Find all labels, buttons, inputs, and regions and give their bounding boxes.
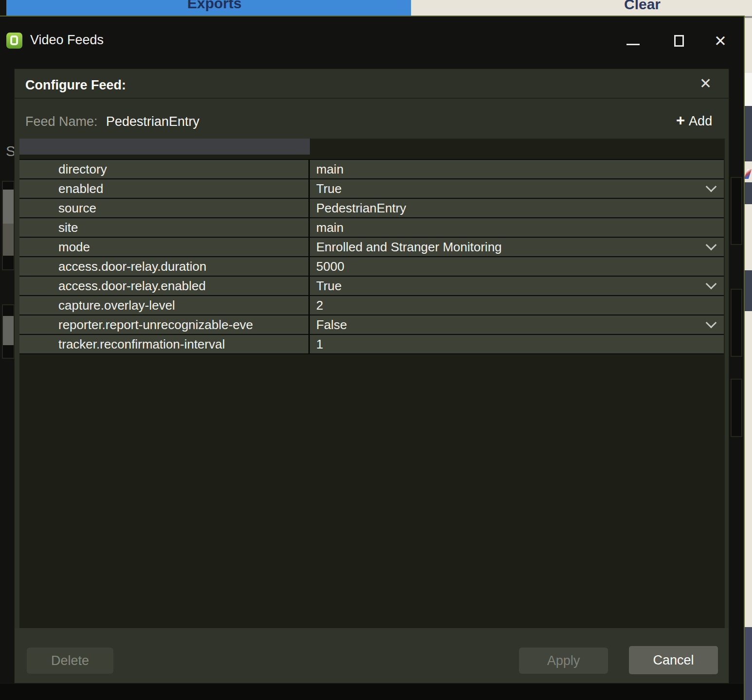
table-row: sourcePedestrianEntry — [19, 199, 724, 218]
row-key[interactable]: site — [19, 218, 310, 237]
bg-block — [745, 182, 752, 204]
occluded-list-item — [731, 289, 742, 357]
row-key[interactable]: reporter.report-unrecognizable-eve — [19, 315, 310, 334]
occluded-list-item — [731, 177, 742, 245]
window-title: Video Feeds — [30, 33, 104, 48]
row-value[interactable]: 2 — [310, 296, 724, 315]
chevron-down-icon[interactable] — [706, 279, 717, 290]
delete-button[interactable]: Delete — [27, 648, 113, 674]
occluded-text: S — [6, 143, 16, 159]
minimize-icon[interactable] — [627, 44, 640, 45]
clear-button-label: Clear — [624, 0, 661, 13]
table-row: reporter.report-unrecognizable-eveFalse — [19, 315, 724, 335]
table-row: access.door-relay.enabledTrue — [19, 277, 724, 296]
background-toolbar: Clear — [411, 0, 752, 16]
table-row: modeEnrolled and Stranger Monitoring — [19, 238, 724, 257]
table-row: access.door-relay.duration5000 — [19, 257, 724, 277]
row-value[interactable]: 5000 — [310, 257, 724, 276]
close-icon[interactable]: ✕ — [714, 32, 727, 50]
occluded-list-item — [731, 379, 742, 437]
bg-block — [745, 270, 752, 311]
table-row: tracker.reconfirmation-interval1 — [19, 335, 724, 354]
corner-notch — [0, 0, 6, 17]
table-row: capture.overlay-level2 — [19, 296, 724, 315]
config-table: directorymainenabledTruesourcePedestrian… — [19, 159, 724, 354]
row-key[interactable]: enabled — [19, 179, 310, 198]
feed-name-value: PedestrianEntry — [106, 114, 199, 129]
config-content-area: directorymainenabledTruesourcePedestrian… — [19, 139, 725, 628]
exports-tab-label: Exports — [187, 0, 242, 12]
row-key[interactable]: directory — [19, 160, 310, 178]
table-row: directorymain — [19, 160, 724, 179]
window-bottom-area — [0, 684, 744, 700]
background-right-edge — [745, 16, 752, 700]
dialog-close-icon[interactable]: ✕ — [699, 75, 712, 92]
occluded-thumbnail — [3, 224, 14, 256]
row-key[interactable]: source — [19, 199, 310, 217]
apply-button[interactable]: Apply — [519, 648, 608, 674]
row-value[interactable]: False — [310, 315, 724, 334]
row-value[interactable]: 1 — [310, 335, 724, 353]
app-icon-glyph — [10, 35, 18, 45]
occluded-thumbnail — [3, 316, 14, 345]
dialog-footer: Delete Apply Cancel — [15, 628, 729, 683]
plus-icon: + — [676, 112, 685, 129]
chevron-down-icon[interactable] — [706, 317, 717, 329]
add-button-label: Add — [689, 114, 712, 128]
bg-block — [745, 627, 752, 700]
cancel-button[interactable]: Cancel — [629, 646, 718, 674]
row-key[interactable]: access.door-relay.enabled — [19, 277, 310, 295]
feed-name-label: Feed Name: — [25, 114, 98, 129]
bg-mini-icon — [744, 169, 752, 179]
bg-block — [745, 73, 752, 106]
row-value[interactable]: main — [310, 160, 724, 178]
row-value[interactable]: True — [310, 277, 724, 295]
row-value[interactable]: True — [310, 179, 724, 198]
app-icon — [6, 33, 22, 49]
maximize-icon[interactable] — [674, 35, 684, 47]
configure-feed-dialog: Configure Feed: ✕ Feed Name: PedestrianE… — [15, 69, 729, 683]
row-key[interactable]: capture.overlay-level — [19, 296, 310, 315]
row-value[interactable]: main — [310, 218, 724, 237]
bg-divider — [745, 16, 752, 18]
table-row: sitemain — [19, 218, 724, 238]
chevron-down-icon[interactable] — [706, 181, 717, 192]
add-button[interactable]: +Add — [676, 112, 712, 129]
occluded-thumbnail — [3, 190, 14, 224]
dialog-title: Configure Feed: — [25, 78, 126, 93]
row-key[interactable]: mode — [19, 238, 310, 256]
row-value[interactable]: Enrolled and Stranger Monitoring — [310, 238, 724, 256]
table-header-bar[interactable] — [19, 139, 310, 155]
row-key[interactable]: tracker.reconfirmation-interval — [19, 335, 310, 353]
row-value[interactable]: PedestrianEntry — [310, 199, 724, 217]
chevron-down-icon[interactable] — [706, 240, 717, 251]
dialog-divider — [15, 98, 729, 99]
table-row: enabledTrue — [19, 179, 724, 199]
row-key[interactable]: access.door-relay.duration — [19, 257, 310, 276]
bg-block — [745, 106, 752, 161]
background-exports-tab: Exports — [0, 0, 411, 16]
